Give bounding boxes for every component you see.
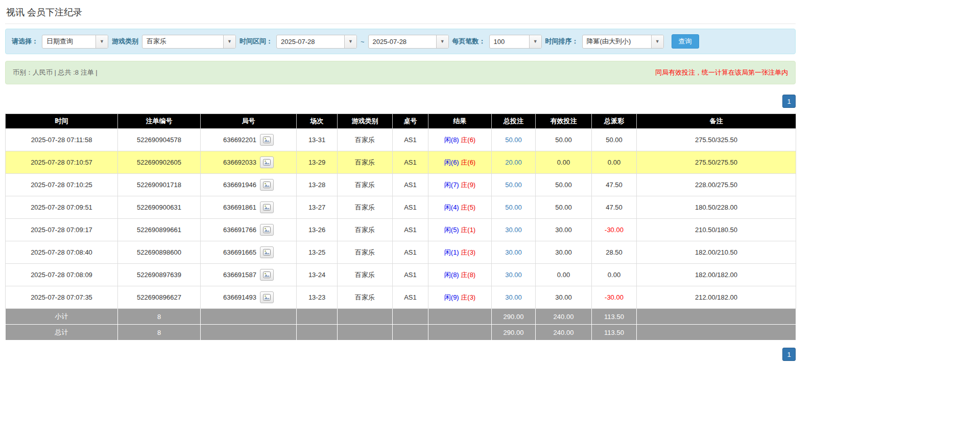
replay-button[interactable] [260,179,274,191]
cell-time: 2025-07-28 07:10:57 [6,151,118,174]
cell-total-payout: 47.50 [592,196,637,219]
total-bet-link[interactable]: 30.00 [505,293,522,301]
date-to-select[interactable]: 2025-07-28 ▼ [368,35,449,49]
replay-button[interactable] [260,224,274,236]
subtotal-total-bet: 290.00 [492,309,536,325]
total-bet-link[interactable]: 30.00 [505,248,522,256]
cell-game-type: 百家乐 [338,151,393,174]
filter-bar: 请选择： 日期查询 ▼ 游戏类别 百家乐 ▼ 时间区间： 2025-07-28 … [5,29,796,54]
chevron-down-icon[interactable]: ▼ [651,35,663,48]
game-type-select[interactable]: 百家乐 ▼ [142,35,236,49]
cell-note: 228.00/275.50 [637,174,796,196]
header-time: 时间 [6,114,118,129]
result-banker: 庄(1) [461,226,475,234]
cell-session: 13-27 [297,196,338,219]
grand-total-row: 总计 8 290.00 240.00 113.50 [6,325,796,341]
replay-button[interactable] [260,156,274,168]
chevron-down-icon[interactable]: ▼ [95,35,108,48]
summary-bar: 币别：人民币 | 总共 :8 注单 | 同局有效投注，统一计算在该局第一张注单内 [5,61,796,84]
header-note: 备注 [637,114,796,129]
subtotal-count: 8 [118,309,201,325]
cell-round-id: 636691665 [201,241,297,264]
chevron-down-icon[interactable]: ▼ [436,35,448,48]
cell-bet-id: 522690904578 [118,129,201,151]
summary-note: 同局有效投注，统一计算在该局第一张注单内 [655,68,788,77]
cell-total-payout: -30.00 [592,286,637,309]
query-type-select[interactable]: 日期查询 ▼ [42,35,108,49]
time-range-label: 时间区间： [240,37,273,46]
header-game-type: 游戏类别 [338,114,393,129]
cell-table-no: AS1 [393,129,428,151]
cell-round-id: 636691861 [201,196,297,219]
total-bet-link[interactable]: 20.00 [505,158,522,166]
currency-total-text: 币别：人民币 | 总共 :8 注单 | [13,68,98,77]
round-id-value: 636691587 [223,271,256,279]
cell-result: 闲(6) 庄(6) [428,151,492,174]
total-payout: 113.50 [592,325,637,341]
cell-bet-id: 522690896627 [118,286,201,309]
chevron-down-icon[interactable]: ▼ [529,35,541,48]
cell-game-type: 百家乐 [338,129,393,151]
cell-valid-bet: 0.00 [536,151,592,174]
replay-button[interactable] [260,246,274,258]
date-from-select[interactable]: 2025-07-28 ▼ [276,35,357,49]
result-player: 闲(1) [444,248,459,256]
replay-icon [263,137,271,143]
cell-total-bet: 50.00 [492,174,536,196]
table-row: 2025-07-28 07:08:09 522690897639 6366915… [6,264,796,286]
cell-valid-bet: 50.00 [536,174,592,196]
cell-note: 180.50/228.00 [637,196,796,219]
cell-round-id: 636691587 [201,264,297,286]
replay-button[interactable] [260,201,274,213]
chevron-down-icon[interactable]: ▼ [344,35,356,48]
page-size-select[interactable]: 100 ▼ [489,35,542,49]
replay-icon [263,226,271,233]
cell-result: 闲(9) 庄(3) [428,286,492,309]
total-bet-link[interactable]: 30.00 [505,226,522,234]
page-button-1[interactable]: 1 [782,348,796,361]
total-bet-link[interactable]: 30.00 [505,271,522,279]
replay-button[interactable] [260,269,274,281]
cell-total-bet: 30.00 [492,264,536,286]
cell-time: 2025-07-28 07:08:09 [6,264,118,286]
cell-bet-id: 522690898600 [118,241,201,264]
cell-total-bet: 30.00 [492,241,536,264]
header-valid-bet: 有效投注 [536,114,592,129]
game-type-label: 游戏类别 [112,37,138,46]
replay-button[interactable] [260,291,274,303]
total-bet-link[interactable]: 50.00 [505,181,522,189]
cell-result: 闲(8) 庄(8) [428,264,492,286]
bet-records-table: 时间 注单编号 局号 场次 游戏类别 桌号 结果 总投注 有效投注 总派彩 备注… [5,114,796,341]
replay-icon [263,249,271,256]
search-button[interactable]: 查询 [672,34,699,49]
round-id-value: 636691861 [223,203,256,211]
sort-order-select[interactable]: 降冪(由大到小) ▼ [582,35,664,49]
result-player: 闲(8) [444,136,459,144]
cell-bet-id: 522690902605 [118,151,201,174]
chevron-down-icon[interactable]: ▼ [223,35,235,48]
table-row: 2025-07-28 07:11:58 522690904578 6366922… [6,129,796,151]
cell-game-type: 百家乐 [338,286,393,309]
cell-bet-id: 522690900631 [118,196,201,219]
total-bet-link[interactable]: 50.00 [505,136,522,144]
cell-time: 2025-07-28 07:07:35 [6,286,118,309]
cell-valid-bet: 30.00 [536,241,592,264]
cell-valid-bet: 30.00 [536,286,592,309]
replay-icon [263,204,271,211]
replay-icon [263,182,271,188]
page-title: 视讯 会员下注纪录 [6,6,795,18]
total-count: 8 [118,325,201,341]
replay-button[interactable] [260,134,274,146]
cell-session: 13-24 [297,264,338,286]
page-button-1[interactable]: 1 [782,95,796,108]
pagination-bottom: 1 [5,348,796,366]
result-banker: 庄(6) [461,158,475,166]
date-from-value: 2025-07-28 [277,38,344,46]
total-label: 总计 [6,325,118,341]
sort-order-label: 时间排序： [545,37,579,46]
cell-total-bet: 20.00 [492,151,536,174]
cell-session: 13-29 [297,151,338,174]
round-id-value: 636691665 [223,248,256,256]
page-header: 视讯 会员下注纪录 [5,5,796,24]
total-bet-link[interactable]: 50.00 [505,203,522,211]
